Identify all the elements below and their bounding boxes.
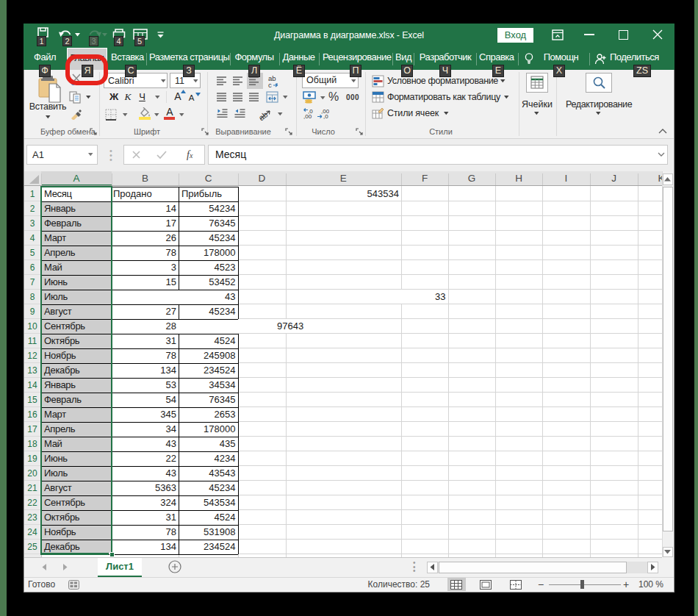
svg-text:,0: ,0 — [323, 113, 328, 120]
svg-text:,00: ,00 — [303, 113, 312, 120]
svg-text:c: c — [268, 81, 272, 88]
